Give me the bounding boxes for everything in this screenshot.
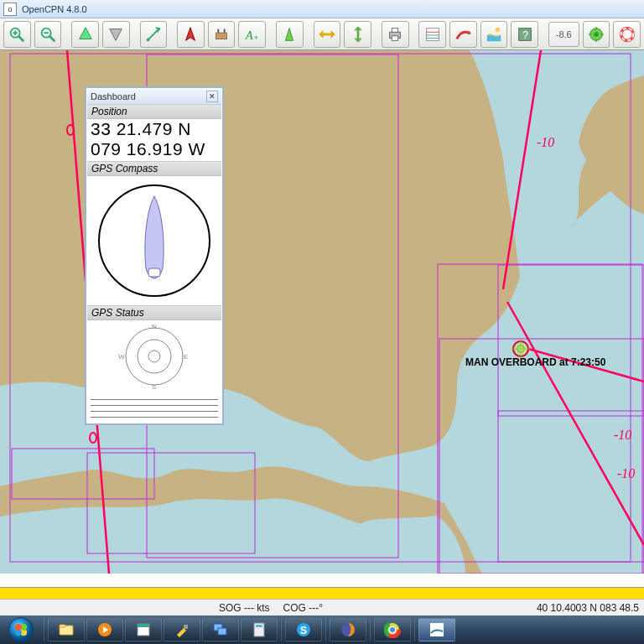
print-button[interactable] <box>382 21 409 48</box>
dashboard-close-button[interactable]: ✕ <box>206 91 218 102</box>
svg-point-27 <box>468 31 471 34</box>
svg-marker-8 <box>110 29 122 40</box>
horizontal-measure-button[interactable] <box>314 21 341 48</box>
svg-rect-28 <box>487 34 501 40</box>
zoom-in-button[interactable] <box>3 21 31 48</box>
svg-rect-73 <box>218 628 226 635</box>
depth-label: -10 <box>617 466 635 480</box>
position-section-header: Position <box>87 105 221 119</box>
mob-label: MAN OVERBOARD at 7:23:50 <box>465 356 605 368</box>
mob-target-icon[interactable] <box>512 340 530 358</box>
taskbar-app-icon[interactable] <box>125 618 162 641</box>
cog-label: COG <box>283 602 306 614</box>
svg-line-11 <box>148 29 158 39</box>
cursor-coords: 40 10.4003 N 083 48.5 <box>537 602 639 614</box>
taskbar-chrome-icon[interactable] <box>374 618 411 641</box>
compass-e: E <box>184 353 188 361</box>
app-icon: o <box>3 3 17 16</box>
gps-status-icon[interactable] <box>583 21 610 48</box>
latitude-value: 33 21.479 N <box>91 119 218 139</box>
waypoint-marker[interactable] <box>87 432 99 444</box>
svg-point-54 <box>67 125 74 135</box>
zoom-out-button[interactable] <box>34 21 62 48</box>
mob-button[interactable] <box>613 21 641 48</box>
longitude-value: 079 16.919 W <box>91 139 218 159</box>
svg-point-64 <box>148 351 160 362</box>
svg-rect-23 <box>426 28 439 40</box>
svg-rect-12 <box>216 33 227 39</box>
dashboard-titlebar[interactable]: Dashboard ✕ <box>87 89 221 104</box>
svg-text:+: + <box>254 34 258 42</box>
taskbar-window-icon[interactable] <box>202 618 239 641</box>
start-button[interactable] <box>2 616 40 643</box>
chart-bar[interactable] <box>0 587 644 599</box>
svg-point-83 <box>390 627 395 632</box>
vertical-measure-button[interactable] <box>344 21 371 48</box>
svg-point-63 <box>138 340 171 373</box>
zoom-level-display: -8.6 <box>548 22 579 47</box>
svg-text:A: A <box>245 28 253 41</box>
track-toggle-button[interactable] <box>449 21 477 48</box>
svg-rect-22 <box>392 35 397 40</box>
svg-point-33 <box>594 32 599 37</box>
titlebar: o OpenCPN 4.8.0 <box>0 0 644 18</box>
compass-w: W <box>118 353 125 361</box>
text-button[interactable]: A+ <box>238 21 266 48</box>
svg-rect-71 <box>184 625 188 629</box>
svg-marker-7 <box>79 27 91 39</box>
dashboard-title-text: Dashboard <box>91 91 136 101</box>
taskbar-firefox-icon[interactable] <box>330 618 366 641</box>
ais-target-button[interactable] <box>276 21 304 48</box>
status-bar: SOG --- kts COG ---° 40 10.4003 N 083 48… <box>0 599 644 615</box>
compass-section-header: GPS Compass <box>87 162 221 176</box>
taskbar-skype-icon[interactable]: S <box>285 618 322 641</box>
svg-rect-70 <box>138 624 149 627</box>
taskbar-explorer-icon[interactable] <box>48 618 85 641</box>
window-title: OpenCPN 4.8.0 <box>22 4 87 14</box>
sog-value: --- kts <box>244 602 270 614</box>
toolbar: A+ ? -8.6 <box>0 18 644 50</box>
svg-point-40 <box>625 32 630 37</box>
depth-label: -10 <box>537 135 554 149</box>
svg-text:S: S <box>300 625 307 636</box>
svg-rect-61 <box>148 268 160 277</box>
compass-n: N <box>152 323 157 330</box>
about-button[interactable]: ? <box>511 21 538 48</box>
taskbar-media-icon[interactable] <box>86 618 123 641</box>
svg-rect-75 <box>256 625 262 627</box>
auto-follow-button[interactable] <box>177 21 205 48</box>
gps-status-section-header: GPS Status <box>87 306 221 320</box>
compass-s: S <box>152 383 156 391</box>
svg-rect-66 <box>60 625 65 627</box>
tides-button[interactable] <box>480 21 508 48</box>
svg-line-5 <box>49 35 55 40</box>
depth-label: -10 <box>614 428 631 442</box>
route-manager-button[interactable] <box>418 21 446 48</box>
taskbar-tool-icon[interactable] <box>164 618 200 641</box>
scale-chart-up-button[interactable] <box>71 21 99 48</box>
gps-status-widget: N S E W <box>87 320 221 423</box>
sog-label: SOG <box>219 602 242 614</box>
chart-canvas[interactable]: -10 -10 -10 MAN OVERBOARD at 7:23:50 Das… <box>0 50 644 599</box>
svg-point-62 <box>126 328 183 385</box>
svg-point-29 <box>496 27 501 32</box>
svg-rect-21 <box>392 28 397 32</box>
svg-marker-17 <box>286 28 293 40</box>
cog-value: ---° <box>309 602 323 614</box>
dashboard-panel[interactable]: Dashboard ✕ Position 33 21.479 N 079 16.… <box>85 86 224 425</box>
settings-button[interactable] <box>208 21 236 48</box>
taskbar[interactable]: S <box>0 615 644 644</box>
taskbar-opencpn-icon[interactable] <box>418 618 455 641</box>
svg-point-55 <box>90 433 96 443</box>
scale-chart-down-button[interactable] <box>102 21 130 48</box>
create-route-button[interactable] <box>140 21 168 48</box>
waypoint-marker[interactable] <box>65 124 76 136</box>
compass-widget <box>87 176 221 305</box>
taskbar-calc-icon[interactable] <box>241 618 278 641</box>
svg-text:?: ? <box>522 29 528 40</box>
svg-line-1 <box>18 35 23 40</box>
